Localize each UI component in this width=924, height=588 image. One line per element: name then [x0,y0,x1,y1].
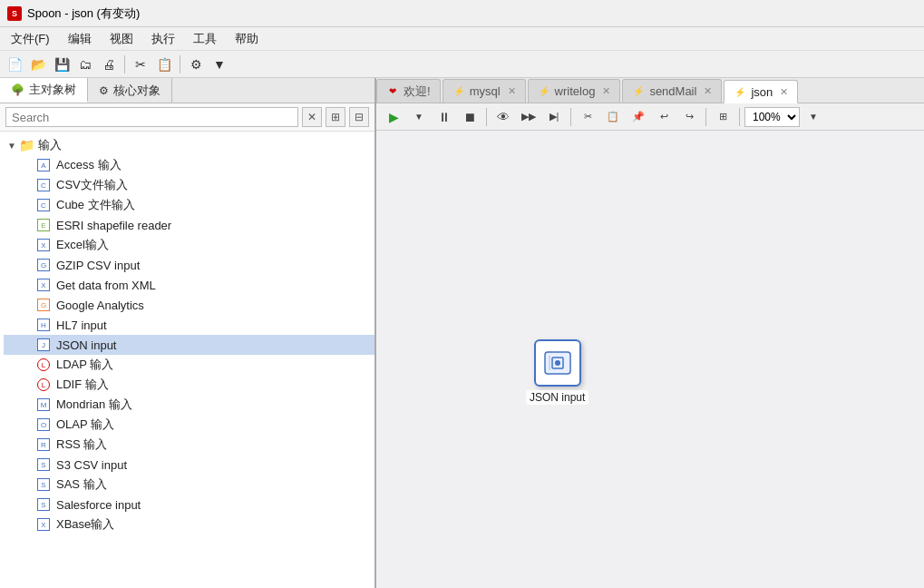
cut2-button[interactable]: ✂ [576,106,599,128]
tree-root: ▼ 📁 输入 A Access 输入 C CSV文件输入 [0,135,374,534]
tab-writelog-label: writelog [555,84,596,98]
ldap-icon: L [36,358,51,372]
search-clear-button[interactable]: ✕ [302,107,322,127]
access-icon: A [36,158,51,172]
xml-icon: X [36,278,51,292]
pause-button[interactable]: ⏸ [433,106,456,128]
writelog-close-icon[interactable]: ✕ [602,85,610,97]
canvas-area[interactable]: JSON input [376,131,924,588]
tree-item-s3csv[interactable]: S S3 CSV input [4,455,374,475]
play-button[interactable]: ▶ [382,106,405,128]
tree-item-ldif[interactable]: L LDIF 输入 [4,375,374,395]
gzip-icon: G [36,258,51,272]
zoom-select[interactable]: 100% 75% 50% 150% [744,107,800,127]
open-button[interactable]: 📂 [27,54,49,75]
search-collapse-button[interactable]: ⊟ [349,107,369,127]
dropdown-button[interactable]: ▼ [209,54,230,75]
tab-sendmail-label: sendMail [649,84,696,98]
menu-execute[interactable]: 执行 [144,29,182,49]
search-expand-button[interactable]: ⊞ [326,107,345,127]
left-panel: 🌳 主对象树 ⚙ 核心对象 ✕ ⊞ ⊟ ▼ 📁 输入 [0,78,376,588]
preview-button[interactable]: 👁 [491,106,515,128]
tree-item-xbase[interactable]: X XBase输入 [4,514,374,534]
print-button[interactable]: 🖨 [98,54,120,75]
tree-item-json[interactable]: J JSON input [4,335,374,355]
copy2-button[interactable]: 📋 [601,106,625,128]
rss-icon: R [36,437,51,452]
welcome-icon: ❤ [386,85,399,98]
tree-item-mondrian-label: Mondrian 输入 [56,397,132,413]
tree-item-cube-label: Cube 文件输入 [56,197,135,213]
tree-item-xbase-label: XBase输入 [56,516,114,533]
sas-icon: S [36,477,51,492]
tree-item-gzip-label: GZIP CSV input [56,259,140,272]
tree-item-esri[interactable]: E ESRI shapefile reader [4,215,374,235]
tree-item-olap[interactable]: O OLAP 输入 [4,415,374,435]
tree-item-rss-label: RSS 输入 [56,436,107,453]
play-dropdown-button[interactable]: ▼ [407,106,431,128]
tree-item-xml[interactable]: X Get data from XML [4,275,374,295]
tree-item-esri-label: ESRI shapefile reader [56,219,171,232]
tree-item-xml-label: Get data from XML [56,279,156,292]
menu-tools[interactable]: 工具 [186,29,224,49]
menu-help[interactable]: 帮助 [228,29,266,49]
tree-item-google-analytics[interactable]: G Google Analytics [4,295,374,315]
copy-button[interactable]: 📋 [153,54,175,75]
excel-icon: X [36,238,51,252]
tree-item-rss[interactable]: R RSS 输入 [4,435,374,455]
tree-item-salesforce[interactable]: S Salesforce input [4,495,374,514]
tree-item-cube[interactable]: C Cube 文件输入 [4,195,374,215]
tree-item-access[interactable]: A Access 输入 [4,155,374,175]
tab-core-objects[interactable]: ⚙ 核心对象 [88,78,172,103]
menu-file[interactable]: 文件(F) [4,29,57,49]
mysql-close-icon[interactable]: ✕ [508,85,516,97]
tab-json[interactable]: ⚡ json ✕ [724,80,798,103]
redo-button[interactable]: ↪ [677,106,701,128]
mondrian-icon: M [36,397,51,412]
rt-sep-4 [739,108,740,126]
tree-container: ▼ 📁 输入 A Access 输入 C CSV文件输入 [0,132,374,588]
cut-button[interactable]: ✂ [130,54,151,75]
new-button[interactable]: 📄 [4,54,25,75]
folder-icon: 📁 [20,138,34,152]
esri-icon: E [36,218,51,232]
sendmail-close-icon[interactable]: ✕ [704,85,712,97]
tab-core-objects-label: 核心对象 [113,83,160,99]
settings-button[interactable]: ⚙ [185,54,207,75]
tree-item-ldap[interactable]: L LDAP 输入 [4,355,374,375]
undo-button[interactable]: ↩ [652,106,676,128]
save-all-button[interactable]: 🗂 [74,54,96,75]
tree-item-sas[interactable]: S SAS 输入 [4,475,374,495]
tree-item-gzip[interactable]: G GZIP CSV input [4,255,374,275]
tab-writelog[interactable]: ⚡ writelog ✕ [528,79,621,103]
save-button[interactable]: 💾 [51,54,73,75]
tree-folder-input[interactable]: ▼ 📁 输入 [4,135,374,155]
json-close-icon[interactable]: ✕ [780,86,788,98]
csv-icon: C [36,178,51,192]
step-button[interactable]: ▶| [542,106,566,128]
menu-edit[interactable]: 编辑 [61,29,99,49]
tree-item-excel[interactable]: X Excel输入 [4,235,374,255]
tree-item-csv[interactable]: C CSV文件输入 [4,175,374,195]
grid-button[interactable]: ⊞ [711,106,734,128]
title-bar: S Spoon - json (有变动) [0,0,924,27]
writelog-icon: ⚡ [538,85,550,98]
tree-item-sas-label: SAS 输入 [56,476,107,493]
main-area: 🌳 主对象树 ⚙ 核心对象 ✕ ⊞ ⊟ ▼ 📁 输入 [0,78,924,588]
stop-button[interactable]: ⏹ [458,106,481,128]
tab-sendmail[interactable]: ⚡ sendMail ✕ [622,79,722,103]
menu-view[interactable]: 视图 [102,29,141,49]
tree-item-mondrian[interactable]: M Mondrian 输入 [4,395,374,415]
tree-item-access-label: Access 输入 [56,157,122,173]
zoom-dropdown-button[interactable]: ▼ [802,106,825,128]
run-selected-button[interactable]: ▶▶ [517,106,540,128]
search-input[interactable] [5,107,298,127]
tab-mysql[interactable]: ⚡ mysql ✕ [443,79,526,103]
tab-welcome[interactable]: ❤ 欢迎! [376,79,441,103]
json-node[interactable]: JSON input [526,339,588,405]
tab-main-objects[interactable]: 🌳 主对象树 [0,78,88,103]
paste-button[interactable]: 📌 [627,106,650,128]
tree-item-hl7[interactable]: H HL7 input [4,315,374,335]
json-node-icon-box [534,339,581,387]
main-objects-icon: 🌳 [11,83,24,96]
